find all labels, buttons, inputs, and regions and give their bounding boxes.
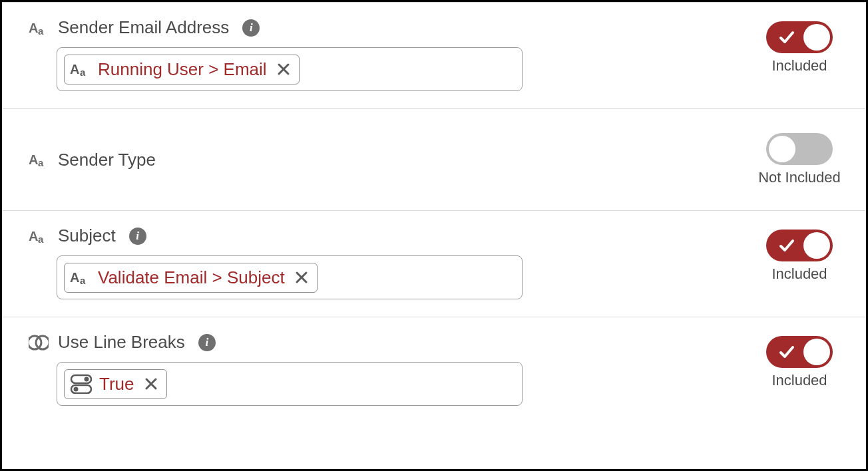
text-type-icon: Aa: [29, 19, 49, 37]
resource-input[interactable]: True: [57, 362, 523, 406]
text-type-icon: Aa: [29, 228, 49, 245]
include-toggle[interactable]: [766, 336, 833, 368]
resource-pill[interactable]: True: [64, 369, 167, 399]
svg-text:a: a: [38, 25, 44, 37]
check-icon: [778, 29, 795, 46]
remove-pill-icon[interactable]: [276, 62, 291, 77]
toggle-caption: Included: [771, 57, 827, 75]
resource-pill[interactable]: Aa Validate Email > Subject: [64, 263, 318, 293]
svg-text:A: A: [70, 270, 79, 285]
svg-text:a: a: [38, 234, 44, 245]
check-icon: [778, 237, 795, 254]
svg-point-15: [74, 387, 79, 392]
svg-text:A: A: [29, 152, 38, 167]
info-icon[interactable]: i: [129, 228, 146, 245]
field-label: Subject: [58, 226, 116, 246]
remove-pill-icon[interactable]: [294, 270, 309, 285]
check-icon: [778, 343, 795, 361]
svg-text:a: a: [80, 67, 86, 78]
field-row-subject: Aa Subject i Aa Validate Email > Subject: [2, 210, 866, 317]
form-panel: Aa Sender Email Address i Aa Running Use…: [0, 0, 868, 471]
pill-text: Validate Email > Subject: [98, 267, 285, 288]
field-row-use-line-breaks: Use Line Breaks i True: [2, 317, 866, 423]
include-toggle[interactable]: [766, 230, 833, 261]
field-row-sender-type: Aa Sender Type Not Included: [2, 108, 866, 210]
text-type-icon: Aa: [70, 61, 91, 78]
svg-point-13: [85, 377, 89, 382]
remove-pill-icon[interactable]: [144, 377, 158, 391]
toggle-caption: Not Included: [758, 169, 841, 186]
svg-text:a: a: [38, 157, 44, 168]
toggle-caption: Included: [771, 372, 827, 389]
pill-text: True: [99, 374, 134, 394]
include-toggle[interactable]: [766, 21, 833, 53]
boolean-type-icon: [29, 334, 49, 351]
boolean-type-icon: [70, 374, 93, 394]
resource-input[interactable]: Aa Validate Email > Subject: [57, 255, 523, 299]
field-row-sender-email: Aa Sender Email Address i Aa Running Use…: [2, 2, 866, 108]
field-label: Sender Email Address: [58, 17, 229, 38]
resource-input[interactable]: Aa Running User > Email: [57, 47, 523, 91]
resource-pill[interactable]: Aa Running User > Email: [64, 55, 300, 84]
svg-text:A: A: [70, 62, 79, 77]
toggle-caption: Included: [771, 265, 827, 283]
info-icon[interactable]: i: [242, 19, 260, 37]
text-type-icon: Aa: [29, 151, 49, 168]
svg-text:A: A: [29, 229, 38, 243]
field-label: Use Line Breaks: [58, 332, 185, 353]
info-icon[interactable]: i: [198, 334, 216, 351]
include-toggle[interactable]: [766, 133, 833, 165]
svg-text:A: A: [29, 21, 38, 35]
pill-text: Running User > Email: [98, 59, 267, 80]
field-label: Sender Type: [58, 150, 156, 170]
svg-text:a: a: [80, 275, 86, 286]
text-type-icon: Aa: [70, 269, 91, 286]
